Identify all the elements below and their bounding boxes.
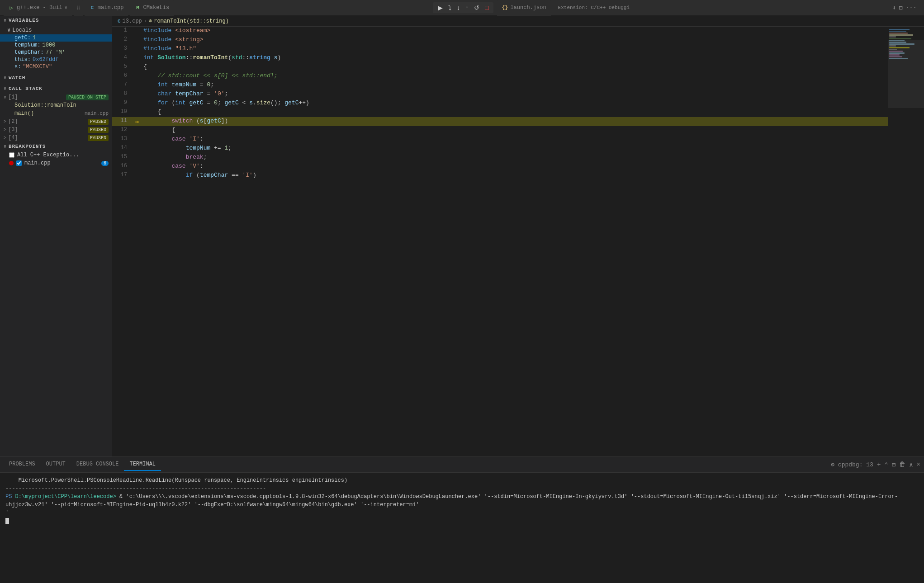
- terminal-line-1: Microsoft.PowerShell.PSConsoleReadLine.R…: [5, 476, 919, 484]
- debug-tab-label: g++.exe - Buil: [17, 5, 62, 11]
- var-tempnum[interactable]: tempNum: 1000: [0, 42, 112, 49]
- line-num-10: 10: [112, 108, 133, 117]
- line-num-8: 8: [112, 90, 133, 99]
- code-editor[interactable]: 1 #include <iostream> 2 #include <string…: [112, 27, 888, 456]
- frame-4-badge: PAUSED: [88, 135, 109, 141]
- code-line-9: 9 for (int getC = 0; getC < s.size(); ge…: [112, 99, 888, 108]
- minimap-lines: [888, 27, 924, 61]
- breadcrumb: C 13.cpp › ⊕ romanToInt(std::string): [112, 16, 924, 27]
- line-num-16: 16: [112, 162, 133, 171]
- breakpoints-header[interactable]: ∨ BREAKPOINTS: [0, 142, 112, 151]
- bp-main-checkbox[interactable]: [16, 160, 22, 166]
- split-terminal-icon[interactable]: ⌃: [884, 461, 888, 469]
- gutter-13: [133, 135, 142, 144]
- frame-4-chevron: >: [4, 136, 6, 141]
- gutter-1: [133, 27, 142, 36]
- code-line-2: 2 #include <string>: [112, 36, 888, 45]
- breadcrumb-func: romanToInt(std::string): [154, 18, 229, 24]
- var-this-name: this:: [14, 56, 31, 63]
- step-over-button[interactable]: ⤵: [446, 3, 454, 12]
- variables-section: ∨ VARIABLES ∨ Locals getC: 1 tempNum: 10…: [0, 16, 112, 71]
- line-content-9: for (int getC = 0; getC < s.size(); getC…: [142, 99, 888, 108]
- mm-line: [889, 36, 896, 38]
- var-tempchar-name: tempChar:: [14, 49, 44, 56]
- main-cpp-tab[interactable]: C main.cpp: [85, 0, 128, 16]
- frame-2-index: [2]: [8, 118, 18, 125]
- call-stack-func-1[interactable]: Solution::romanToIn: [0, 101, 112, 109]
- debug-session-tab[interactable]: ▷ g++.exe - Buil ∨: [4, 0, 72, 16]
- code-line-5: 5 {: [112, 63, 888, 72]
- locals-header[interactable]: ∨ Locals: [0, 26, 112, 34]
- gutter-12: [133, 126, 142, 135]
- frame-1-index: [1]: [8, 94, 18, 100]
- code-line-14: 14 tempNum += 1;: [112, 144, 888, 153]
- cmake-label: CMakeLis: [143, 5, 169, 11]
- json-icon: {}: [502, 5, 508, 11]
- line-num-11: 11: [112, 117, 133, 126]
- mm-line: [889, 34, 913, 36]
- locals-subsection: ∨ Locals getC: 1 tempNum: 1000 tempChar:…: [0, 25, 112, 71]
- add-terminal-icon[interactable]: +: [877, 461, 881, 468]
- tab-problems[interactable]: PROBLEMS: [4, 458, 41, 471]
- launch-json-tab[interactable]: {} launch.json: [497, 0, 550, 16]
- download-icon[interactable]: ⬇: [892, 4, 896, 12]
- var-this[interactable]: this: 0x62fddf: [0, 56, 112, 63]
- gutter-11: ⇒: [133, 117, 142, 126]
- call-stack-frame-2[interactable]: > [2] PAUSED: [0, 118, 112, 126]
- call-stack-header[interactable]: ∨ CALL STACK: [0, 84, 112, 93]
- collapse-panel-icon[interactable]: ∧: [909, 461, 913, 469]
- call-stack-main[interactable]: main() main.cpp: [0, 109, 112, 118]
- cmake-tab[interactable]: M CMakeLis: [130, 0, 174, 16]
- line-num-7: 7: [112, 81, 133, 90]
- code-line-16: 16 case 'V':: [112, 162, 888, 171]
- gutter-2: [133, 36, 142, 45]
- bp-all-exceptions[interactable]: All C++ Exceptio...: [0, 151, 112, 159]
- close-panel-icon[interactable]: ×: [917, 461, 920, 468]
- code-line-6: 6 // std::cout << s[0] << std::endl;: [112, 72, 888, 81]
- layout-icon[interactable]: ⊟: [899, 4, 902, 12]
- bp-all-checkbox[interactable]: [9, 152, 14, 158]
- line-content-7: int tempNum = 0;: [142, 81, 888, 90]
- ps-cmd: & 'c:\Users\\\.vscode\extensions\ms-vsco…: [5, 494, 898, 508]
- var-tempchar[interactable]: tempChar: 77 'M': [0, 49, 112, 56]
- step-into-button[interactable]: ↓: [455, 3, 462, 12]
- minimap-viewport: [888, 40, 924, 108]
- code-area: 1 #include <iostream> 2 #include <string…: [112, 27, 924, 456]
- gutter-5: [133, 63, 142, 72]
- variables-header[interactable]: ∨ VARIABLES: [0, 16, 112, 25]
- continue-button[interactable]: ▶: [436, 3, 445, 12]
- step-out-button[interactable]: ↑: [463, 3, 471, 12]
- line-num-15: 15: [112, 153, 133, 162]
- more-icon[interactable]: ···: [905, 4, 917, 11]
- terminal-content[interactable]: Microsoft.PowerShell.PSConsoleReadLine.R…: [0, 473, 924, 583]
- call-stack-frame-4[interactable]: > [4] PAUSED: [0, 134, 112, 142]
- terminal-line-3: ': [5, 509, 919, 517]
- var-this-value: 0x62fddf: [33, 56, 59, 63]
- code-line-7: 7 int tempNum = 0;: [112, 81, 888, 90]
- tab-debug-console[interactable]: DEBUG CONSOLE: [71, 458, 124, 471]
- line-content-3: #include "13.h": [142, 45, 888, 54]
- var-s[interactable]: s: "MCMXCIV": [0, 63, 112, 71]
- frame-3-badge: PAUSED: [88, 127, 109, 133]
- gear-icon: ⚙: [831, 461, 834, 468]
- editor-area: C 13.cpp › ⊕ romanToInt(std::string) 1 #…: [112, 16, 924, 456]
- bp-main-cpp[interactable]: main.cpp 6: [0, 159, 112, 167]
- layout-panel-icon[interactable]: ⊟: [892, 461, 896, 469]
- mm-line: [889, 29, 910, 30]
- debug-group-icon[interactable]: ⁞⁞: [74, 0, 83, 16]
- terminal-input-line: [5, 517, 919, 525]
- watch-header[interactable]: ∨ WATCH: [0, 73, 112, 82]
- extension-label: Extension: C/C++ Debuggi: [554, 5, 633, 10]
- line-content-15: break;: [142, 153, 888, 162]
- bp-all-label: All C++ Exceptio...: [17, 152, 79, 158]
- gutter-8: [133, 90, 142, 99]
- var-getc[interactable]: getC: 1: [0, 34, 112, 42]
- tab-output[interactable]: OUTPUT: [41, 458, 71, 471]
- call-stack-frame-1[interactable]: ∨ [1] PAUSED ON STEP: [0, 93, 112, 101]
- restart-button[interactable]: ↺: [472, 3, 482, 12]
- tab-terminal[interactable]: TERMINAL: [124, 458, 161, 471]
- line-num-1: 1: [112, 27, 133, 36]
- call-stack-frame-3[interactable]: > [3] PAUSED: [0, 126, 112, 134]
- stop-button[interactable]: □: [483, 3, 491, 12]
- trash-icon[interactable]: 🗑: [899, 461, 905, 468]
